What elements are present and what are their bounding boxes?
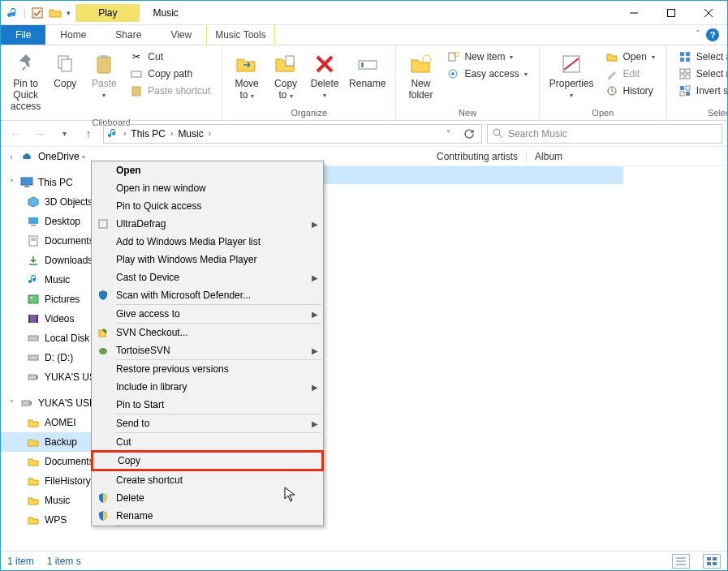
svg-rect-50 — [28, 355, 38, 360]
svg-rect-29 — [680, 75, 684, 79]
home-tab[interactable]: Home — [45, 25, 101, 45]
copy-to-button[interactable]: Copy to ▾ — [266, 48, 305, 105]
paste-icon — [91, 51, 117, 77]
recent-locations-button[interactable]: ▾ — [54, 124, 74, 144]
chevron-right-icon[interactable]: › — [7, 152, 15, 161]
qat-dropdown-icon[interactable]: ▾ — [67, 9, 71, 17]
large-icons-view-button[interactable] — [703, 554, 721, 569]
svg-point-64 — [99, 348, 107, 354]
new-folder-button[interactable]: New folder — [401, 48, 440, 105]
ctx-open-new-window[interactable]: Open in new window — [92, 179, 323, 197]
svg-rect-40 — [31, 225, 36, 226]
cut-button[interactable]: ✂Cut — [127, 49, 213, 64]
refresh-button[interactable] — [460, 125, 478, 143]
move-to-button[interactable]: Move to ▾ — [227, 48, 266, 105]
chevron-right-icon[interactable]: › — [169, 129, 174, 138]
invert-selection-button[interactable]: Invert selection — [675, 84, 728, 98]
paste-shortcut-button[interactable]: Paste shortcut — [127, 84, 213, 98]
ctx-pin-to-start[interactable]: Pin to Start — [92, 396, 323, 414]
select-none-button[interactable]: Select none — [675, 67, 728, 81]
chevron-down-icon: ▾ — [510, 54, 513, 61]
copy-path-button[interactable]: Copy path — [127, 67, 213, 81]
svg-rect-25 — [680, 58, 684, 62]
properties-checkbox-icon[interactable] — [31, 6, 44, 19]
svg-rect-9 — [131, 71, 141, 77]
ctx-restore-previous[interactable]: Restore previous versions — [92, 360, 323, 378]
details-view-button[interactable] — [672, 554, 690, 569]
breadcrumb-this-pc[interactable]: This PC — [131, 128, 166, 140]
column-album[interactable]: Album — [527, 151, 571, 162]
search-input[interactable]: Search Music — [487, 124, 722, 144]
minimize-button[interactable] — [615, 1, 653, 25]
breadcrumb-music[interactable]: Music — [178, 128, 203, 140]
pin-quick-access-button[interactable]: Pin to Quick access — [6, 48, 45, 115]
address-bar-row: ← → ▾ ↑ › This PC › Music › ˅ Search Mus… — [1, 121, 727, 147]
chevron-down-icon: ▾ — [652, 54, 655, 61]
ctx-copy[interactable]: Copy — [91, 450, 324, 471]
ctx-send-to[interactable]: Send to▶ — [92, 414, 323, 432]
ctx-include-in-library[interactable]: Include in library▶ — [92, 378, 323, 396]
up-button[interactable]: ↑ — [79, 124, 98, 144]
paste-button[interactable]: Paste ▾ — [84, 48, 123, 102]
ctx-delete[interactable]: Delete — [92, 489, 323, 507]
ctx-scan-defender[interactable]: Scan with Microsoft Defender... — [92, 286, 323, 304]
ctx-ultradefrag[interactable]: UltraDefrag▶ — [92, 215, 323, 233]
column-contributing-artists[interactable]: Contributing artists — [429, 151, 526, 162]
context-menu: Open Open in new window Pin to Quick acc… — [91, 161, 324, 526]
pin-icon — [13, 51, 39, 77]
video-icon — [27, 312, 40, 325]
ctx-play-wmp[interactable]: Play with Windows Media Player — [92, 251, 323, 268]
file-tab[interactable]: File — [1, 25, 45, 45]
chevron-down-icon[interactable]: ˅ — [7, 178, 15, 187]
easy-access-button[interactable]: Easy access ▾ — [443, 67, 530, 81]
close-button[interactable] — [690, 1, 727, 25]
select-all-button[interactable]: Select all — [675, 49, 728, 64]
ctx-rename[interactable]: Rename — [92, 507, 323, 525]
ctx-add-wmp-list[interactable]: Add to Windows Media Player list — [92, 233, 323, 251]
back-button[interactable]: ← — [6, 124, 25, 144]
ctx-tortoise-svn[interactable]: TortoiseSVN▶ — [92, 341, 323, 359]
edit-button[interactable]: Edit — [602, 67, 658, 81]
share-tab[interactable]: Share — [101, 25, 156, 45]
ctx-pin-quick-access[interactable]: Pin to Quick access — [92, 197, 323, 215]
copy-button[interactable]: Copy — [45, 48, 84, 93]
help-icon[interactable]: ? — [706, 28, 719, 41]
new-item-button[interactable]: New item ▾ — [443, 49, 530, 64]
window-title: Music — [140, 7, 178, 19]
address-bar[interactable]: › This PC › Music › ˅ — [103, 124, 482, 144]
ctx-cut[interactable]: Cut — [92, 433, 323, 451]
svg-rect-52 — [37, 376, 38, 379]
drive-icon — [27, 351, 40, 364]
chevron-down-icon[interactable]: ˅ — [7, 399, 15, 408]
svg-rect-28 — [686, 69, 690, 73]
ctx-cast-to-device[interactable]: Cast to Device▶ — [92, 268, 323, 286]
maximize-button[interactable] — [653, 1, 690, 25]
view-tab[interactable]: View — [156, 25, 206, 45]
ctx-svn-checkout[interactable]: SVN Checkout... — [92, 324, 323, 341]
music-icon — [6, 6, 19, 19]
ctx-open[interactable]: Open — [92, 161, 323, 179]
tortoise-icon — [96, 343, 110, 358]
forward-button[interactable]: → — [30, 124, 50, 144]
properties-button[interactable]: Properties ▾ — [545, 48, 599, 102]
chevron-right-icon[interactable]: › — [207, 129, 213, 138]
chevron-right-icon[interactable]: › — [122, 129, 127, 138]
rename-button[interactable]: Rename — [344, 48, 390, 93]
music-tools-tab[interactable]: Music Tools — [206, 25, 274, 45]
edit-icon — [605, 67, 618, 80]
play-tab[interactable]: Play — [75, 4, 140, 22]
ctx-create-shortcut[interactable]: Create shortcut — [92, 471, 323, 489]
ctx-give-access-to[interactable]: Give access to▶ — [92, 305, 323, 323]
address-history-button[interactable]: ˅ — [439, 125, 457, 143]
svg-rect-48 — [37, 315, 38, 323]
chevron-down-icon: ▾ — [570, 92, 573, 99]
svg-rect-62 — [99, 220, 107, 228]
history-button[interactable]: History — [602, 84, 658, 98]
delete-x-icon — [312, 51, 338, 77]
delete-button[interactable]: Delete ▾ — [305, 48, 344, 102]
open-button[interactable]: Open ▾ — [602, 49, 658, 64]
invert-selection-icon — [678, 84, 691, 97]
svg-rect-34 — [686, 92, 690, 96]
collapse-ribbon-icon[interactable]: ˆ — [696, 29, 700, 41]
folder-icon[interactable] — [49, 6, 62, 19]
